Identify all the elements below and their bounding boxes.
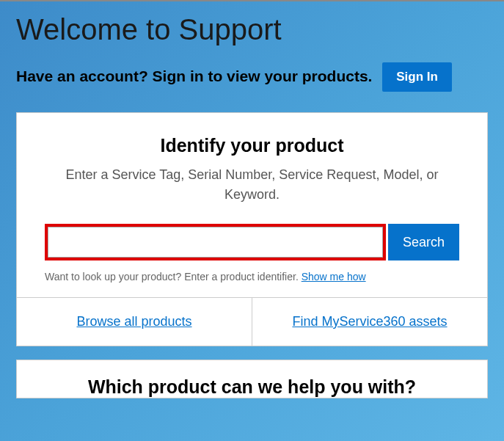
browse-all-products-link[interactable]: Browse all products (76, 314, 191, 329)
identify-title: Identify your product (45, 135, 459, 156)
bottom-links: Browse all products Find MyService360 as… (17, 297, 487, 346)
identify-description: Enter a Service Tag, Serial Number, Serv… (45, 165, 459, 205)
signin-prompt: Have an account? Sign in to view your pr… (16, 62, 488, 92)
lookup-help: Want to look up your product? Enter a pr… (45, 271, 459, 283)
signin-button[interactable]: Sign In (382, 62, 452, 92)
find-myservice360-link[interactable]: Find MyService360 assets (292, 314, 447, 329)
lookup-help-text: Want to look up your product? Enter a pr… (45, 271, 302, 283)
search-row: Search (45, 224, 459, 260)
help-title: Which product can we help you with? (39, 376, 465, 398)
search-input-highlight (45, 224, 386, 260)
browse-cell: Browse all products (17, 298, 252, 346)
find-assets-cell: Find MyService360 assets (252, 298, 487, 346)
search-button[interactable]: Search (388, 224, 459, 260)
show-me-how-link[interactable]: Show me how (302, 271, 366, 283)
signin-prompt-text: Have an account? Sign in to view your pr… (16, 68, 372, 84)
identify-card: Identify your product Enter a Service Ta… (16, 112, 488, 346)
help-card: Which product can we help you with? (16, 360, 488, 398)
search-input[interactable] (48, 227, 383, 258)
welcome-title: Welcome to Support (16, 13, 488, 46)
